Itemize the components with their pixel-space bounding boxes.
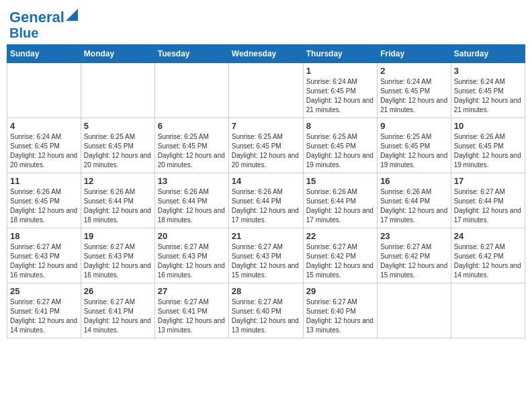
day-info: Sunrise: 6:26 AMSunset: 6:44 PMDaylight:… bbox=[84, 187, 152, 225]
day-info: Sunrise: 6:24 AMSunset: 6:45 PMDaylight:… bbox=[380, 77, 448, 115]
calendar-cell: 7 Sunrise: 6:25 AMSunset: 6:45 PMDayligh… bbox=[228, 118, 303, 173]
day-info: Sunrise: 6:27 AMSunset: 6:43 PMDaylight:… bbox=[10, 242, 78, 280]
day-of-week-header: Wednesday bbox=[228, 45, 303, 63]
day-info: Sunrise: 6:25 AMSunset: 6:45 PMDaylight:… bbox=[158, 132, 226, 170]
logo-blue: Blue bbox=[9, 26, 78, 40]
calendar-cell: 24 Sunrise: 6:27 AMSunset: 6:42 PMDaylig… bbox=[451, 228, 525, 283]
calendar-cell: 3 Sunrise: 6:24 AMSunset: 6:45 PMDayligh… bbox=[451, 63, 525, 118]
day-info: Sunrise: 6:26 AMSunset: 6:45 PMDaylight:… bbox=[10, 187, 78, 225]
day-info: Sunrise: 6:25 AMSunset: 6:45 PMDaylight:… bbox=[84, 132, 152, 170]
day-number: 5 bbox=[84, 121, 152, 131]
calendar-cell: 26 Sunrise: 6:27 AMSunset: 6:41 PMDaylig… bbox=[81, 283, 154, 338]
day-number: 27 bbox=[158, 286, 226, 296]
calendar-cell bbox=[378, 283, 451, 338]
day-info: Sunrise: 6:27 AMSunset: 6:40 PMDaylight:… bbox=[232, 298, 300, 335]
calendar-cell: 5 Sunrise: 6:25 AMSunset: 6:45 PMDayligh… bbox=[81, 118, 154, 173]
day-of-week-header: Friday bbox=[378, 45, 451, 63]
day-info: Sunrise: 6:27 AMSunset: 6:42 PMDaylight:… bbox=[454, 242, 522, 280]
day-number: 3 bbox=[454, 66, 522, 76]
day-info: Sunrise: 6:26 AMSunset: 6:44 PMDaylight:… bbox=[232, 187, 300, 225]
day-of-week-header: Thursday bbox=[303, 45, 377, 63]
day-info: Sunrise: 6:26 AMSunset: 6:44 PMDaylight:… bbox=[306, 187, 374, 225]
logo-icon bbox=[66, 9, 78, 21]
calendar-cell: 13 Sunrise: 6:26 AMSunset: 6:44 PMDaylig… bbox=[154, 173, 228, 228]
day-number: 6 bbox=[158, 121, 226, 131]
day-of-week-header: Monday bbox=[81, 45, 154, 63]
calendar-cell: 9 Sunrise: 6:25 AMSunset: 6:45 PMDayligh… bbox=[378, 118, 451, 173]
calendar-cell: 23 Sunrise: 6:27 AMSunset: 6:42 PMDaylig… bbox=[378, 228, 451, 283]
day-number: 20 bbox=[158, 231, 226, 241]
day-number: 17 bbox=[454, 176, 522, 186]
calendar-cell bbox=[81, 63, 154, 118]
day-info: Sunrise: 6:26 AMSunset: 6:44 PMDaylight:… bbox=[158, 187, 226, 225]
calendar-cell bbox=[154, 63, 228, 118]
day-of-week-header: Saturday bbox=[451, 45, 525, 63]
day-info: Sunrise: 6:27 AMSunset: 6:41 PMDaylight:… bbox=[158, 298, 226, 335]
calendar-week-row: 25 Sunrise: 6:27 AMSunset: 6:41 PMDaylig… bbox=[7, 283, 525, 338]
day-number: 14 bbox=[232, 176, 300, 186]
calendar-week-row: 4 Sunrise: 6:24 AMSunset: 6:45 PMDayligh… bbox=[7, 118, 525, 173]
day-info: Sunrise: 6:27 AMSunset: 6:41 PMDaylight:… bbox=[10, 298, 78, 335]
day-number: 13 bbox=[158, 176, 226, 186]
day-info: Sunrise: 6:27 AMSunset: 6:41 PMDaylight:… bbox=[84, 298, 152, 335]
day-number: 16 bbox=[380, 176, 448, 186]
calendar-week-row: 11 Sunrise: 6:26 AMSunset: 6:45 PMDaylig… bbox=[7, 173, 525, 228]
calendar-cell: 29 Sunrise: 6:27 AMSunset: 6:40 PMDaylig… bbox=[303, 283, 377, 338]
day-number: 2 bbox=[380, 66, 448, 76]
day-info: Sunrise: 6:27 AMSunset: 6:44 PMDaylight:… bbox=[454, 187, 522, 225]
calendar-cell: 11 Sunrise: 6:26 AMSunset: 6:45 PMDaylig… bbox=[7, 173, 81, 228]
calendar-cell: 27 Sunrise: 6:27 AMSunset: 6:41 PMDaylig… bbox=[154, 283, 228, 338]
calendar-header-row: SundayMondayTuesdayWednesdayThursdayFrid… bbox=[7, 45, 525, 63]
day-info: Sunrise: 6:27 AMSunset: 6:42 PMDaylight:… bbox=[380, 242, 448, 280]
svg-marker-0 bbox=[66, 9, 78, 21]
day-number: 22 bbox=[306, 231, 374, 241]
day-info: Sunrise: 6:24 AMSunset: 6:45 PMDaylight:… bbox=[306, 77, 374, 115]
day-info: Sunrise: 6:25 AMSunset: 6:45 PMDaylight:… bbox=[380, 132, 448, 170]
day-info: Sunrise: 6:25 AMSunset: 6:45 PMDaylight:… bbox=[306, 132, 374, 170]
logo-text: General bbox=[9, 9, 64, 26]
day-number: 4 bbox=[10, 121, 78, 131]
day-info: Sunrise: 6:26 AMSunset: 6:45 PMDaylight:… bbox=[454, 132, 522, 170]
header: General Blue bbox=[7, 7, 525, 40]
day-info: Sunrise: 6:27 AMSunset: 6:42 PMDaylight:… bbox=[306, 242, 374, 280]
calendar-cell: 22 Sunrise: 6:27 AMSunset: 6:42 PMDaylig… bbox=[303, 228, 377, 283]
calendar-cell: 6 Sunrise: 6:25 AMSunset: 6:45 PMDayligh… bbox=[154, 118, 228, 173]
day-info: Sunrise: 6:24 AMSunset: 6:45 PMDaylight:… bbox=[454, 77, 522, 115]
calendar-cell: 18 Sunrise: 6:27 AMSunset: 6:43 PMDaylig… bbox=[7, 228, 81, 283]
day-number: 18 bbox=[10, 231, 78, 241]
calendar-cell: 12 Sunrise: 6:26 AMSunset: 6:44 PMDaylig… bbox=[81, 173, 154, 228]
day-info: Sunrise: 6:26 AMSunset: 6:44 PMDaylight:… bbox=[380, 187, 448, 225]
day-number: 11 bbox=[10, 176, 78, 186]
day-info: Sunrise: 6:27 AMSunset: 6:43 PMDaylight:… bbox=[232, 242, 300, 280]
calendar-cell bbox=[228, 63, 303, 118]
calendar-cell: 21 Sunrise: 6:27 AMSunset: 6:43 PMDaylig… bbox=[228, 228, 303, 283]
day-number: 7 bbox=[232, 121, 300, 131]
day-number: 24 bbox=[454, 231, 522, 241]
logo: General Blue bbox=[9, 9, 78, 40]
day-number: 29 bbox=[306, 286, 374, 296]
day-info: Sunrise: 6:27 AMSunset: 6:43 PMDaylight:… bbox=[158, 242, 226, 280]
day-info: Sunrise: 6:27 AMSunset: 6:43 PMDaylight:… bbox=[84, 242, 152, 280]
calendar-cell: 19 Sunrise: 6:27 AMSunset: 6:43 PMDaylig… bbox=[81, 228, 154, 283]
day-info: Sunrise: 6:24 AMSunset: 6:45 PMDaylight:… bbox=[10, 132, 78, 170]
day-number: 19 bbox=[84, 231, 152, 241]
calendar-cell: 25 Sunrise: 6:27 AMSunset: 6:41 PMDaylig… bbox=[7, 283, 81, 338]
day-number: 25 bbox=[10, 286, 78, 296]
day-number: 23 bbox=[380, 231, 448, 241]
day-number: 9 bbox=[380, 121, 448, 131]
calendar-cell: 15 Sunrise: 6:26 AMSunset: 6:44 PMDaylig… bbox=[303, 173, 377, 228]
day-number: 15 bbox=[306, 176, 374, 186]
day-info: Sunrise: 6:27 AMSunset: 6:40 PMDaylight:… bbox=[306, 298, 374, 335]
day-info: Sunrise: 6:25 AMSunset: 6:45 PMDaylight:… bbox=[232, 132, 300, 170]
calendar-cell: 16 Sunrise: 6:26 AMSunset: 6:44 PMDaylig… bbox=[378, 173, 451, 228]
calendar-cell bbox=[7, 63, 81, 118]
calendar-cell: 14 Sunrise: 6:26 AMSunset: 6:44 PMDaylig… bbox=[228, 173, 303, 228]
calendar-cell: 8 Sunrise: 6:25 AMSunset: 6:45 PMDayligh… bbox=[303, 118, 377, 173]
calendar-week-row: 18 Sunrise: 6:27 AMSunset: 6:43 PMDaylig… bbox=[7, 228, 525, 283]
calendar-cell: 1 Sunrise: 6:24 AMSunset: 6:45 PMDayligh… bbox=[303, 63, 377, 118]
calendar-cell: 17 Sunrise: 6:27 AMSunset: 6:44 PMDaylig… bbox=[451, 173, 525, 228]
calendar-week-row: 1 Sunrise: 6:24 AMSunset: 6:45 PMDayligh… bbox=[7, 63, 525, 118]
day-number: 1 bbox=[306, 66, 374, 76]
day-number: 21 bbox=[232, 231, 300, 241]
calendar-cell: 2 Sunrise: 6:24 AMSunset: 6:45 PMDayligh… bbox=[378, 63, 451, 118]
